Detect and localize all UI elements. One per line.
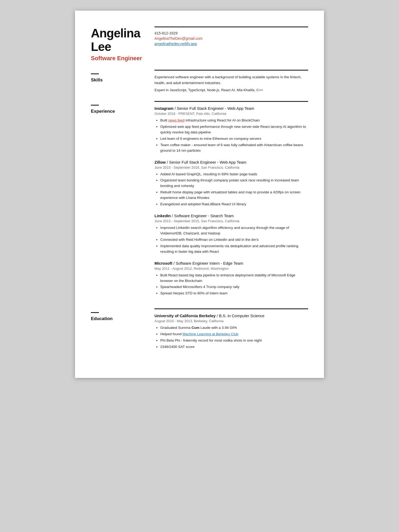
- edu-ucb-title: University of California Berkeley / B.S.…: [154, 313, 308, 319]
- skills-left: Skills: [91, 70, 154, 101]
- experience-divider: [91, 105, 99, 106]
- experience-section: Experience Instagram / Senior Full Stack…: [91, 101, 308, 308]
- zillow-bullet-2: Organized team bonding through company p…: [160, 178, 308, 189]
- experience-right: Instagram / Senior Full Stack Engineer -…: [154, 101, 308, 308]
- job-title: Software Engineer: [91, 55, 147, 62]
- instagram-bullets: Built news feed infrastructure using Rea…: [154, 118, 308, 154]
- microsoft-meta: May 2011 - August 2012, Redmond, Washing…: [154, 267, 308, 271]
- ucb-bullet-2: Helped found Machine Learning at Berkele…: [160, 332, 308, 337]
- microsoft-bullet-3: Spread Herpes STD to 60% of intern team: [160, 291, 308, 296]
- microsoft-bullets: Built React based big data pipeline to e…: [154, 273, 308, 296]
- job-zillow: Zillow / Senior Full Stack Engineer - We…: [154, 159, 308, 207]
- header-section: Angelina Lee Software Engineer 415-812-3…: [91, 27, 308, 62]
- linkedin-bullet-3: Implemented data quality improvements vi…: [160, 243, 308, 255]
- linkedin-bullet-2: Connected with Reid Hoffman on LinkedIn …: [160, 237, 308, 243]
- ucb-school: University of California Berkeley: [154, 313, 216, 318]
- instagram-company: Instagram: [154, 106, 174, 111]
- microsoft-bullet-1: Built React based big data pipeline to e…: [160, 273, 308, 284]
- ucb-bullet-3: Phi Beta Phi - fraternity record for mos…: [160, 338, 308, 343]
- education-right: University of California Berkeley / B.S.…: [154, 308, 308, 362]
- news-feed-link[interactable]: news feed: [168, 118, 185, 122]
- ucb-bullet-4: 2348/2400 SAT score: [160, 344, 308, 350]
- job-linkedin-title: LinkedIn / Software Engineer - Search Te…: [154, 213, 308, 219]
- contact-website[interactable]: angelinathedev.netlify.app: [154, 42, 308, 46]
- education-divider: [91, 312, 99, 313]
- instagram-bullet-1: Built news feed infrastructure using Rea…: [160, 118, 308, 123]
- ucb-degree: / B.S. in Computer Science: [217, 313, 264, 318]
- job-zillow-title: Zillow / Senior Full Stack Engineer - We…: [154, 159, 308, 165]
- education-label: Education: [91, 316, 147, 321]
- contact-phone: 415-812-3329: [154, 31, 308, 35]
- instagram-bullet-2: Optimized web app feed performance throu…: [160, 124, 308, 135]
- education-section: Education University of California Berke…: [91, 308, 308, 362]
- contact-email: AngelinaTheDev@gmail.com: [154, 36, 308, 41]
- job-instagram: Instagram / Senior Full Stack Engineer -…: [154, 106, 308, 154]
- skills-label: Skills: [91, 77, 147, 83]
- education-left: Education: [91, 308, 154, 362]
- linkedin-meta: June 2013 - September 2015, San Francisc…: [154, 219, 308, 223]
- instagram-role: / Senior Full Stack Engineer - Web App T…: [175, 106, 254, 111]
- job-microsoft-title: Microsoft / Software Engineer Intern - E…: [154, 260, 308, 266]
- linkedin-bullet-1: Improved LinkedIn search algorithm effic…: [160, 225, 308, 236]
- job-microsoft: Microsoft / Software Engineer Intern - E…: [154, 260, 308, 296]
- microsoft-bullet-2: Spearheaded Microsofters 4 Trump company…: [160, 284, 308, 290]
- microsoft-role: / Software Engineer Intern - Edge Team: [174, 261, 243, 265]
- job-linkedin: LinkedIn / Software Engineer - Search Te…: [154, 213, 308, 255]
- skills-right: Experienced software engineer with a bac…: [154, 70, 308, 101]
- header-left: Angelina Lee Software Engineer: [91, 27, 154, 62]
- linkedin-bullets: Improved LinkedIn search algorithm effic…: [154, 225, 308, 255]
- skills-text1: Experienced software engineer with a bac…: [154, 74, 308, 86]
- name-first: Angelina: [91, 27, 147, 40]
- instagram-bullet-4: Team coffee maker - ensured team of 6 wa…: [160, 142, 308, 154]
- ucb-bullet-1: Graduated Summa Cum Laude with a 3.94 GP…: [160, 325, 308, 331]
- name-last: Lee: [91, 40, 147, 54]
- zillow-meta: June 2015 - September 2018, San Francisc…: [154, 165, 308, 169]
- instagram-bullet-3: Led team of 6 engineers to mine Ethereum…: [160, 136, 308, 142]
- linkedin-company: LinkedIn: [154, 213, 171, 218]
- header-right: 415-812-3329 AngelinaTheDev@gmail.com an…: [154, 27, 308, 62]
- ml-club-link[interactable]: Machine Learning at Berkeley Club: [183, 332, 238, 336]
- resume-page: Angelina Lee Software Engineer 415-812-3…: [75, 11, 324, 378]
- experience-left: Experience: [91, 101, 154, 308]
- zillow-bullet-1: Added AI based GraphQL, resulting in 69%…: [160, 172, 308, 177]
- zillow-company: Zillow: [154, 160, 166, 164]
- microsoft-company: Microsoft: [154, 261, 174, 265]
- ucb-meta: August 2010 - May 2013, Berkeley, Califo…: [154, 319, 308, 323]
- skills-text2: Expert in JavaScript, TypeScript, Node.j…: [154, 87, 308, 93]
- zillow-role: / Senior Full Stack Engineer - Web App T…: [167, 160, 246, 164]
- instagram-meta: October 2018 - PRESENT, Palo Alto, Calif…: [154, 112, 308, 116]
- experience-label: Experience: [91, 109, 147, 114]
- zillow-bullet-4: Evangelized and adopted RaeLilBlack Reac…: [160, 202, 308, 207]
- linkedin-role: / Software Engineer - Search Team: [172, 213, 234, 218]
- ucb-bullets: Graduated Summa Cum Laude with a 3.94 GP…: [154, 325, 308, 350]
- edu-ucb: University of California Berkeley / B.S.…: [154, 313, 308, 350]
- skills-section: Skills Experienced software engineer wit…: [91, 70, 308, 101]
- zillow-bullets: Added AI based GraphQL, resulting in 69%…: [154, 172, 308, 207]
- job-instagram-title: Instagram / Senior Full Stack Engineer -…: [154, 106, 308, 111]
- skills-divider: [91, 73, 99, 74]
- zillow-bullet-3: Rebuilt home display page with virtualiz…: [160, 190, 308, 201]
